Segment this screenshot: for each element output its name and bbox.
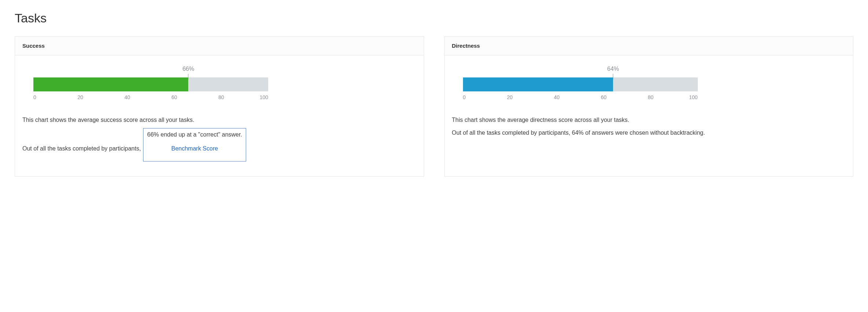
card-directness-header: Directness — [445, 37, 853, 55]
chart-success-fill — [33, 77, 188, 91]
card-success: Success 66% 020406080100 This chart show… — [15, 36, 424, 177]
card-directness-body: 64% 020406080100 This chart shows the av… — [445, 55, 853, 152]
chart-success-value-label: 66% — [182, 66, 194, 72]
chart-directness-value-label: 64% — [607, 66, 619, 72]
chart-success-track: 66% — [33, 77, 268, 91]
chart-xtick: 40 — [554, 94, 560, 100]
chart-directness-track: 64% — [463, 77, 698, 91]
chart-xtick: 80 — [648, 94, 654, 100]
chart-xtick: 20 — [77, 94, 83, 100]
card-directness-title: Directness — [452, 43, 480, 49]
card-success-descr-2-pre: Out of all the tasks completed by partic… — [22, 145, 141, 152]
chart-xtick: 0 — [33, 94, 36, 100]
page-title: Tasks — [15, 11, 853, 25]
card-directness: Directness 64% 020406080100 This chart s… — [444, 36, 854, 177]
chart-xtick: 80 — [218, 94, 224, 100]
benchmark-score-link[interactable]: Benchmark Score — [147, 144, 242, 153]
chart-directness-fill — [463, 77, 613, 91]
card-directness-descr-1: This chart shows the average directness … — [452, 116, 846, 124]
card-success-title: Success — [22, 43, 45, 49]
chart-xtick: 40 — [124, 94, 130, 100]
chart-xtick: 100 — [689, 94, 697, 100]
chart-success-xaxis: 020406080100 — [33, 94, 268, 101]
card-success-descr-1: This chart shows the average success sco… — [22, 116, 416, 124]
card-success-descr-2-box: 66% ended up at a "correct" answer. — [147, 131, 242, 138]
card-directness-descr-2: Out of all the tasks completed by partic… — [452, 128, 846, 138]
card-success-descr-2: Out of all the tasks completed by partic… — [22, 128, 416, 162]
card-success-body: 66% 020406080100 This chart shows the av… — [15, 55, 424, 176]
chart-directness: 64% 020406080100 — [463, 77, 835, 101]
chart-xtick: 20 — [507, 94, 513, 100]
benchmark-box: 66% ended up at a "correct" answer. Benc… — [143, 128, 246, 162]
chart-xtick: 60 — [171, 94, 177, 100]
chart-xtick: 100 — [260, 94, 268, 100]
card-success-header: Success — [15, 37, 424, 55]
cards-row: Success 66% 020406080100 This chart show… — [15, 36, 853, 177]
chart-success: 66% 020406080100 — [33, 77, 405, 101]
chart-directness-xaxis: 020406080100 — [463, 94, 698, 101]
chart-xtick: 0 — [463, 94, 466, 100]
chart-xtick: 60 — [601, 94, 607, 100]
